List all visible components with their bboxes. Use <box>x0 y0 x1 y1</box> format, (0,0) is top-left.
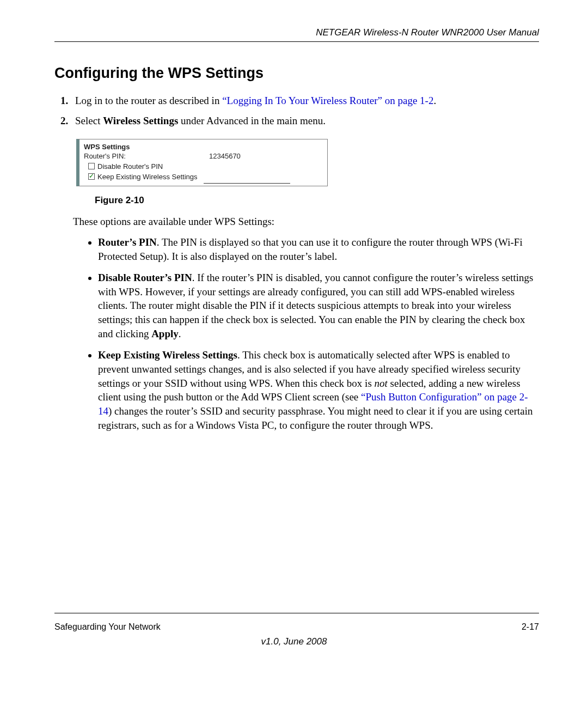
bullet-3-t3: ) changes the router’s SSID and security… <box>98 405 533 431</box>
router-pin-label: Router's PIN: <box>84 152 209 160</box>
bullet-disable-pin: Disable Router’s PIN. If the router’s PI… <box>98 271 539 340</box>
intro-paragraph: These options are available under WPS Se… <box>73 216 539 228</box>
step-1-pretext: Log in to the router as described in <box>75 95 222 106</box>
step-2-posttext: under Advanced in the main menu. <box>178 115 326 126</box>
bullet-1-term: Router’s PIN <box>98 236 157 248</box>
figure-container: WPS Settings Router's PIN: 12345670 Disa… <box>76 139 539 206</box>
bullet-2-after: . <box>179 328 181 339</box>
footer-line: Safeguarding Your Network 2-17 <box>54 622 539 632</box>
bullet-1-text: . The PIN is displayed so that you can u… <box>98 236 523 262</box>
bullet-2-apply: Apply <box>151 328 179 339</box>
keep-existing-label: Keep Existing Wireless Settings <box>97 173 198 181</box>
router-pin-row: Router's PIN: 12345670 <box>84 152 323 160</box>
footer-rule <box>54 613 539 613</box>
footer-version: v1.0, June 2008 <box>0 636 588 647</box>
figure-caption: Figure 2-10 <box>95 195 539 206</box>
bullet-2-term: Disable Router’s PIN <box>98 272 192 283</box>
step-1-posttext: . <box>433 95 436 106</box>
disable-pin-checkbox[interactable] <box>88 163 95 169</box>
keep-existing-checkbox[interactable] <box>88 173 95 180</box>
running-header: NETGEAR Wireless-N Router WNR2000 User M… <box>54 27 539 42</box>
disable-pin-row: Disable Router's PIN <box>84 162 323 171</box>
bullet-3-em: not <box>375 378 388 389</box>
login-xref-link[interactable]: “Logging In To Your Wireless Router” on … <box>222 95 433 106</box>
footer-page-number: 2-17 <box>522 622 539 632</box>
footer-chapter: Safeguarding Your Network <box>54 622 161 632</box>
bullet-router-pin: Router’s PIN. The PIN is displayed so th… <box>98 235 539 263</box>
disable-pin-label: Disable Router's PIN <box>97 162 163 171</box>
step-list: Log in to the router as described in “Lo… <box>54 93 539 129</box>
step-2-pretext: Select <box>75 115 103 126</box>
keep-existing-row: Keep Existing Wireless Settings <box>84 173 323 181</box>
section-heading: Configuring the WPS Settings <box>54 65 539 82</box>
bullet-keep-existing: Keep Existing Wireless Settings. This ch… <box>98 348 539 432</box>
step-2: Select Wireless Settings under Advanced … <box>71 113 539 129</box>
wps-settings-panel: WPS Settings Router's PIN: 12345670 Disa… <box>76 139 328 186</box>
step-1: Log in to the router as described in “Lo… <box>71 93 539 108</box>
bullet-3-term: Keep Existing Wireless Settings <box>98 349 237 361</box>
step-2-bold: Wireless Settings <box>103 115 178 126</box>
manual-page: NETGEAR Wireless-N Router WNR2000 User M… <box>0 0 588 706</box>
panel-separator <box>204 183 290 184</box>
router-pin-value: 12345670 <box>209 152 241 160</box>
panel-heading: WPS Settings <box>84 143 323 151</box>
option-bullet-list: Router’s PIN. The PIN is displayed so th… <box>88 235 539 432</box>
